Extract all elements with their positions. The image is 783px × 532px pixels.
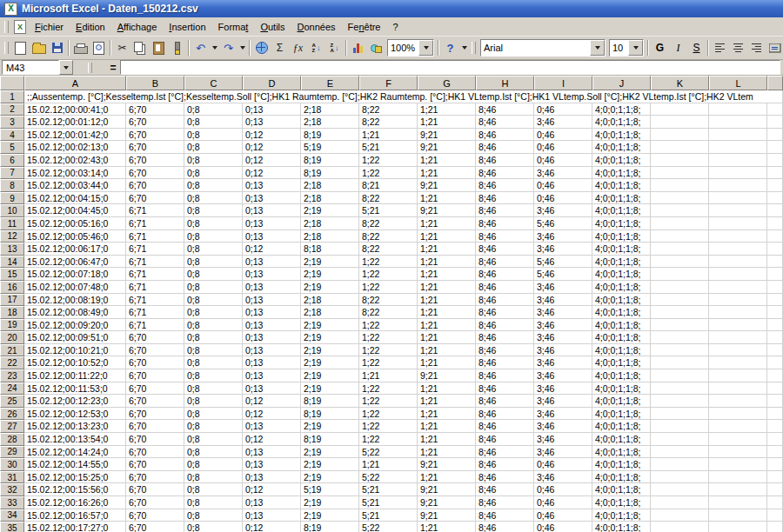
- cell-empty[interactable]: [709, 129, 767, 142]
- cell-empty[interactable]: [651, 154, 709, 167]
- cell-empty[interactable]: [709, 204, 767, 217]
- cell-G12[interactable]: 1;21: [418, 230, 476, 243]
- cell-H13[interactable]: 8;46: [476, 243, 534, 256]
- cell-empty[interactable]: [709, 395, 767, 408]
- paste-button[interactable]: [150, 39, 168, 57]
- cell-H28[interactable]: 8;46: [476, 433, 534, 446]
- cell-H32[interactable]: 8;46: [476, 483, 534, 496]
- cell-D12[interactable]: 0;13: [243, 230, 301, 243]
- cell-E16[interactable]: 2;19: [301, 281, 359, 294]
- column-header-E[interactable]: E: [301, 76, 359, 90]
- cell-B19[interactable]: 6;71: [126, 319, 184, 332]
- standard-toolbar-grip[interactable]: [4, 42, 9, 54]
- cell-H31[interactable]: 8;46: [476, 471, 534, 484]
- font-size-dropdown-button[interactable]: [628, 40, 643, 56]
- cell-empty[interactable]: [767, 483, 783, 496]
- cell-G21[interactable]: 1;21: [418, 344, 476, 357]
- cell-A31[interactable]: 15.02.12;00:15:25;0: [24, 471, 126, 484]
- cell-D8[interactable]: 0;13: [243, 179, 301, 192]
- cell-I26[interactable]: 3;46: [534, 408, 592, 421]
- help-button[interactable]: ?: [441, 39, 459, 57]
- cell-empty[interactable]: [767, 496, 783, 509]
- cell-D3[interactable]: 0;13: [243, 116, 301, 129]
- cell-G11[interactable]: 1;21: [418, 217, 476, 230]
- cell-E30[interactable]: 2;19: [301, 458, 359, 471]
- cell-C11[interactable]: 0;8: [184, 217, 243, 230]
- cell-C10[interactable]: 0;8: [184, 204, 243, 217]
- cell-D6[interactable]: 0;12: [243, 154, 301, 167]
- cell-F17[interactable]: 8;22: [359, 294, 418, 307]
- cell-empty[interactable]: [767, 179, 783, 192]
- cell-G17[interactable]: 1;21: [418, 294, 476, 307]
- cell-G35[interactable]: 1;21: [418, 522, 476, 532]
- cell-F33[interactable]: 5;21: [359, 496, 418, 509]
- cell-empty[interactable]: [767, 446, 783, 459]
- row-header-12[interactable]: 12: [0, 230, 24, 243]
- cell-I23[interactable]: 3;46: [534, 369, 592, 382]
- cell-empty[interactable]: [709, 369, 767, 382]
- drawing-button[interactable]: [367, 39, 385, 57]
- cell-J4[interactable]: 4;0;0;1;1;8;: [592, 129, 651, 142]
- cell-empty[interactable]: [651, 192, 709, 205]
- cell-I15[interactable]: 5;46: [534, 268, 592, 281]
- cell-J30[interactable]: 4;0;0;1;1;8;: [592, 458, 651, 471]
- undo-button[interactable]: ↶: [191, 39, 210, 57]
- cell-empty[interactable]: [651, 458, 709, 471]
- row-header-3[interactable]: 3: [0, 116, 24, 129]
- cell-empty[interactable]: [767, 509, 783, 522]
- cell-J5[interactable]: 4;0;0;1;1;8;: [592, 141, 651, 154]
- cell-H22[interactable]: 8;46: [476, 356, 534, 369]
- font-name-dropdown-button[interactable]: [590, 40, 605, 56]
- cell-B3[interactable]: 6;70: [126, 116, 184, 129]
- cell-C8[interactable]: 0;8: [184, 179, 243, 192]
- new-document-button[interactable]: [11, 39, 30, 57]
- cell-empty[interactable]: [767, 281, 783, 294]
- cell-E8[interactable]: 2;18: [301, 179, 359, 192]
- cell-B33[interactable]: 6;70: [126, 496, 184, 509]
- cell-empty[interactable]: [709, 344, 767, 357]
- cell-empty[interactable]: [651, 471, 709, 484]
- cell-D10[interactable]: 0;13: [243, 204, 301, 217]
- cell-empty[interactable]: [651, 369, 709, 382]
- cell-C5[interactable]: 0;8: [184, 141, 243, 154]
- cell-J32[interactable]: 4;0;0;1;1;8;: [592, 483, 651, 496]
- row-header-13[interactable]: 13: [0, 243, 24, 256]
- cell-E20[interactable]: 2;19: [301, 331, 359, 344]
- cell-F21[interactable]: 1;22: [359, 344, 418, 357]
- format-painter-button[interactable]: [168, 39, 186, 57]
- cell-F14[interactable]: 1;22: [359, 256, 418, 269]
- cell-empty[interactable]: [709, 331, 767, 344]
- cell-C6[interactable]: 0;8: [184, 154, 243, 167]
- cell-J28[interactable]: 4;0;0;1;1;8;: [592, 433, 651, 446]
- cell-J11[interactable]: 4;0;0;1;1;8;: [592, 217, 651, 230]
- cell-J12[interactable]: 4;0;0;1;1;8;: [592, 230, 651, 243]
- cell-C21[interactable]: 0;8: [184, 344, 243, 357]
- cell-B14[interactable]: 6;71: [126, 256, 184, 269]
- cell-empty[interactable]: [767, 230, 783, 243]
- row-header-18[interactable]: 18: [0, 306, 24, 319]
- row-header-4[interactable]: 4: [0, 129, 24, 142]
- cell-G27[interactable]: 1;21: [418, 420, 476, 433]
- cell-B24[interactable]: 6;70: [126, 382, 184, 396]
- column-header-H[interactable]: H: [476, 76, 534, 90]
- cell-F3[interactable]: 8;22: [359, 116, 418, 129]
- cell-G6[interactable]: 1;21: [418, 154, 476, 167]
- cell-J13[interactable]: 4;0;0;1;1;8;: [592, 243, 651, 256]
- cell-G25[interactable]: 1;21: [418, 395, 476, 408]
- print-button[interactable]: [71, 39, 90, 57]
- cell-G2[interactable]: 1;21: [418, 103, 476, 116]
- cell-E24[interactable]: 2;19: [301, 382, 359, 396]
- cell-F10[interactable]: 5;21: [359, 204, 418, 217]
- cell-empty[interactable]: [767, 243, 783, 256]
- cell-F34[interactable]: 5;21: [359, 509, 418, 522]
- cell-H15[interactable]: 8;46: [476, 268, 534, 281]
- row-header-25[interactable]: 25: [0, 395, 24, 408]
- cell-B32[interactable]: 6;70: [126, 483, 184, 496]
- cell-A20[interactable]: 15.02.12;00:09:51;0: [24, 331, 126, 344]
- italic-button[interactable]: I: [669, 39, 687, 57]
- cell-H25[interactable]: 8;46: [476, 395, 534, 408]
- cell-I7[interactable]: 3;46: [534, 167, 592, 180]
- cell-empty[interactable]: [709, 256, 767, 269]
- column-header-K[interactable]: K: [651, 76, 709, 90]
- cell-F9[interactable]: 8;22: [359, 192, 418, 205]
